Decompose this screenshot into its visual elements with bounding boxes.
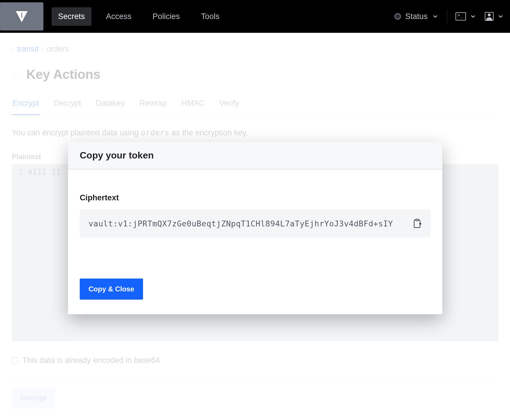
svg-rect-2 bbox=[21, 15, 22, 16]
top-navbar: Secrets Access Policies Tools Status bbox=[0, 0, 510, 33]
svg-rect-5 bbox=[416, 219, 418, 221]
modal-title: Copy your token bbox=[80, 150, 431, 161]
nav-secrets[interactable]: Secrets bbox=[52, 7, 91, 26]
ciphertext-label: Ciphertext bbox=[80, 193, 431, 202]
chevron-down-icon bbox=[432, 13, 439, 20]
vault-logo[interactable] bbox=[0, 2, 43, 30]
modal-header: Copy your token bbox=[68, 142, 442, 169]
nav-tools[interactable]: Tools bbox=[195, 7, 226, 26]
copy-icon[interactable] bbox=[414, 219, 422, 228]
ciphertext-value: vault:v1:jPRTmQX7zGe0uBeqtjZNpqT1CHl894L… bbox=[89, 219, 407, 228]
status-label: Status bbox=[405, 12, 428, 21]
chevron-down-icon bbox=[470, 13, 477, 20]
svg-rect-3 bbox=[21, 16, 22, 18]
copy-close-button[interactable]: Copy & Close bbox=[80, 279, 143, 300]
nav-access[interactable]: Access bbox=[100, 7, 138, 26]
svg-rect-1 bbox=[21, 13, 22, 14]
status-indicator-icon bbox=[395, 13, 401, 20]
copy-token-modal: Copy your token Ciphertext vault:v1:jPRT… bbox=[68, 142, 442, 314]
nav-divider bbox=[447, 9, 447, 23]
chevron-down-icon bbox=[497, 13, 504, 20]
terminal-icon bbox=[455, 12, 466, 21]
status-dropdown[interactable]: Status bbox=[395, 12, 439, 21]
nav-policies[interactable]: Policies bbox=[146, 7, 186, 26]
user-dropdown[interactable] bbox=[485, 12, 504, 21]
user-icon bbox=[485, 12, 494, 21]
terminal-dropdown[interactable] bbox=[455, 12, 477, 21]
ciphertext-box: vault:v1:jPRTmQX7zGe0uBeqtjZNpqT1CHl894L… bbox=[80, 209, 431, 238]
